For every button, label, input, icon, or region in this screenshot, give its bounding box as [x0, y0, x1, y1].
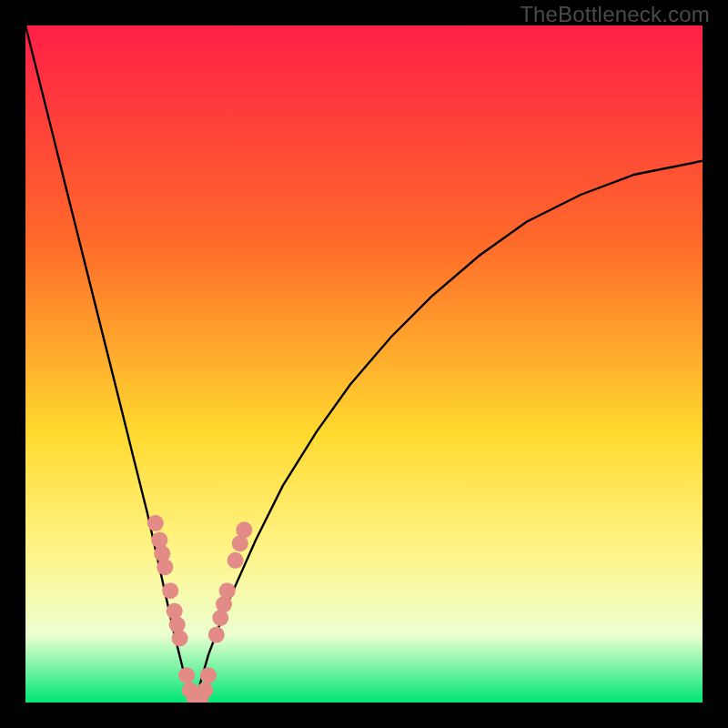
chart-svg	[25, 25, 703, 703]
data-point	[219, 582, 236, 599]
gradient-background	[25, 25, 703, 703]
watermark-text: TheBottleneck.com	[520, 2, 710, 27]
data-point	[172, 630, 188, 646]
plot-area	[25, 25, 703, 703]
chart-frame: TheBottleneck.com	[0, 0, 728, 728]
data-point	[236, 521, 252, 538]
data-point	[178, 667, 195, 683]
data-point	[169, 616, 186, 632]
data-point	[157, 559, 173, 575]
data-point	[228, 552, 244, 569]
data-point	[197, 682, 213, 699]
data-point	[154, 545, 170, 561]
data-point	[167, 603, 183, 620]
data-point	[208, 627, 225, 643]
data-point	[200, 667, 217, 683]
data-point	[147, 515, 164, 531]
data-point	[151, 531, 167, 548]
data-point	[162, 582, 178, 599]
